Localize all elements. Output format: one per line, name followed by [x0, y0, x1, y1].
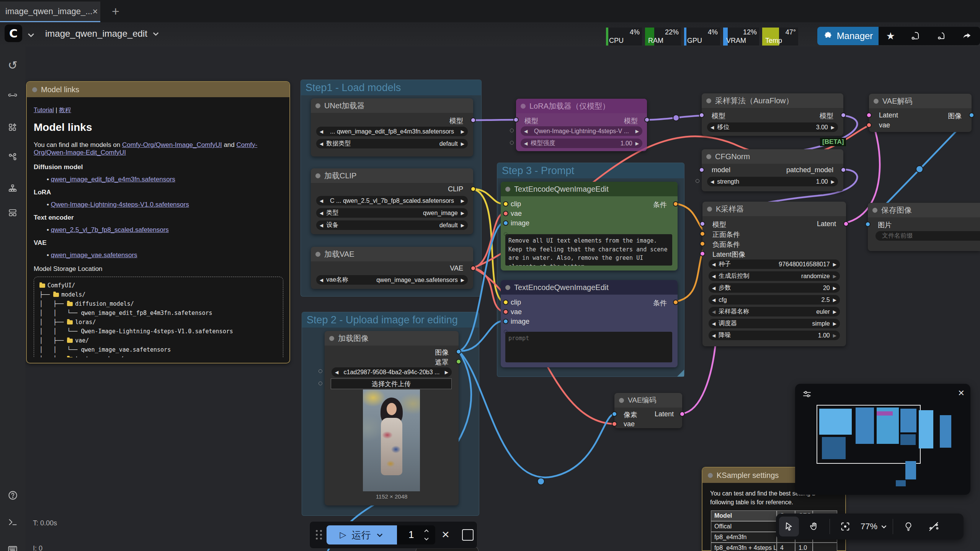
templates-icon[interactable]: [0, 204, 25, 221]
collapse-dot[interactable]: [521, 104, 526, 109]
count-down-icon[interactable]: [423, 536, 430, 542]
input-port-pixels[interactable]: [612, 411, 617, 417]
vacuum-alt-icon[interactable]: [936, 31, 947, 41]
output-port-conditioning[interactable]: [673, 201, 678, 207]
batch-count-value[interactable]: 1: [408, 529, 414, 541]
widget-type[interactable]: ◀类型qwen_image▶: [316, 208, 468, 218]
collapse-dot[interactable]: [32, 87, 37, 92]
node-cfgnorm[interactable]: CFGNorm model patched_model ◀strength1.0…: [702, 149, 843, 191]
upload-file-button[interactable]: 选择文件上传: [331, 378, 452, 389]
node-clip-loader[interactable]: 加载CLIP CLIP ◀C ... qwen_2.5_vl_7b_fp8_sc…: [311, 168, 473, 234]
output-port-vae[interactable]: [470, 266, 476, 271]
widget-strength[interactable]: ◀strength1.00▶: [707, 177, 838, 186]
node-vae-loader[interactable]: 加载VAE VAE ◀vae名称qwen_image_vae.safetenso…: [311, 247, 473, 289]
output-port-clip[interactable]: [470, 186, 476, 192]
input-port-model[interactable]: [513, 117, 519, 122]
minimap-panel[interactable]: ×: [795, 384, 970, 495]
widget-filename-prefix[interactable]: 文件名前缀: [875, 231, 980, 241]
output-port-image[interactable]: [969, 112, 974, 118]
node-lora-loader[interactable]: LoRA加载器（仅模型） 模型 模型 ◀Qwen-Image-Lightning…: [516, 99, 647, 151]
input-port-model[interactable]: [699, 112, 704, 118]
input-port-latent-image[interactable]: [700, 251, 705, 256]
widget-image-file[interactable]: ◀c1ad2987-9508-4ba2-a94c-20b3 ...▶: [332, 367, 452, 377]
help-icon[interactable]: [0, 487, 25, 504]
node-header[interactable]: 加载图像: [325, 331, 459, 346]
input-port-vae[interactable]: [503, 211, 508, 216]
input-port-model[interactable]: [699, 167, 704, 173]
output-port-model[interactable]: [644, 117, 650, 122]
node-header[interactable]: K采样器: [702, 202, 846, 216]
stop-icon[interactable]: [462, 529, 474, 541]
vacuum-icon[interactable]: [910, 31, 921, 41]
model-library-icon[interactable]: [0, 148, 25, 165]
node-connections-icon[interactable]: [0, 87, 25, 104]
drag-handle[interactable]: [316, 530, 322, 540]
minimap-options-icon[interactable]: [802, 389, 812, 399]
widget-strength-model[interactable]: ◀模型强度1.00▶: [521, 139, 642, 148]
minimap-close-icon[interactable]: ×: [958, 387, 964, 399]
output-port-latent[interactable]: [843, 221, 849, 227]
output-port-model[interactable]: [470, 117, 476, 123]
collapse-dot[interactable]: [874, 99, 879, 104]
collapse-dot[interactable]: [707, 207, 712, 212]
queue-history-icon[interactable]: ↺: [0, 57, 25, 73]
node-header[interactable]: CFGNorm: [702, 149, 843, 164]
node-header[interactable]: VAE编码: [614, 393, 682, 408]
node-ksampler[interactable]: K采样器 模型 正面条件 负面条件 Latent图像 Latent ◀种子976…: [702, 202, 846, 346]
collapse-dot[interactable]: [708, 473, 713, 478]
output-port-image[interactable]: [456, 349, 461, 354]
widget-unet-name[interactable]: ◀... qwen_image_edit_fp8_e4m3fn.safetens…: [316, 127, 468, 136]
repo-link-1[interactable]: Comfy-Org/Qwen-Image_ComfyUI: [122, 141, 222, 148]
output-port-patched-model[interactable]: [841, 167, 846, 173]
zoom-level-control[interactable]: 77%: [861, 522, 887, 531]
input-port-image[interactable]: [503, 319, 508, 324]
prompt-textarea[interactable]: prompt: [505, 332, 672, 362]
tab-close-icon[interactable]: ×: [92, 6, 98, 17]
new-tab-icon[interactable]: +: [112, 4, 119, 19]
input-port-clip[interactable]: [503, 300, 508, 305]
tutorial-cn-link[interactable]: 教程: [59, 107, 71, 113]
output-port-mask[interactable]: [456, 359, 461, 364]
widget-control-after-generate[interactable]: ◀生成后控制randomize▶: [709, 271, 840, 281]
collapse-dot[interactable]: [706, 154, 711, 159]
keyboard-shortcuts-icon[interactable]: [0, 540, 25, 551]
select-tool-button[interactable]: [779, 517, 799, 536]
star-icon[interactable]: ★: [886, 31, 895, 41]
workflows-icon[interactable]: [0, 180, 25, 197]
collapse-dot[interactable]: [329, 336, 334, 341]
share-arrow-icon[interactable]: [962, 31, 972, 41]
run-options-chevron-icon[interactable]: [376, 531, 384, 539]
node-header[interactable]: LoRA加载器（仅模型）: [516, 99, 647, 113]
widget-sampler-name[interactable]: ◀采样器名称euler▶: [709, 307, 840, 316]
widget-weight-dtype[interactable]: ◀数据类型default▶: [316, 139, 468, 148]
node-library-icon[interactable]: [0, 119, 25, 135]
input-port-images[interactable]: [865, 222, 871, 227]
collapse-dot[interactable]: [619, 398, 624, 403]
widget-shift[interactable]: ◀移位3.00▶: [707, 122, 838, 132]
collapse-dot[interactable]: [505, 285, 510, 290]
model-file-link[interactable]: Qwen-Image-Lightning-4steps-V1.0.safeten…: [51, 201, 189, 208]
node-header[interactable]: 保存图像: [868, 203, 980, 217]
image-preview[interactable]: [363, 390, 420, 491]
tutorial-link[interactable]: Tutorial: [34, 107, 54, 113]
node-unet-loader[interactable]: UNet加载器 模型 ◀... qwen_image_edit_fp8_e4m3…: [311, 98, 473, 156]
node-load-image[interactable]: 加载图像 图像 遮罩 ◀c1ad2987-9508-4ba2-a94c-20b3…: [325, 331, 459, 505]
widget-steps[interactable]: ◀步数20▶: [709, 283, 840, 293]
note-model-links-header[interactable]: Model links: [27, 82, 289, 97]
widget-seed[interactable]: ◀种子976480016588017▶: [709, 259, 840, 269]
collapse-dot[interactable]: [315, 252, 320, 257]
cancel-run-icon[interactable]: ×: [442, 528, 449, 541]
widget-cfg[interactable]: ◀cfg2.5▶: [709, 295, 840, 305]
model-file-link[interactable]: qwen_image_edit_fp8_e4m3fn.safetensors: [51, 176, 175, 183]
model-file-link[interactable]: qwen_2.5_vl_7b_fp8_scaled.safetensors: [51, 226, 169, 233]
node-header[interactable]: 加载CLIP: [311, 168, 473, 183]
node-text-encode-negative[interactable]: TextEncodeQwenImageEdit clip vae image 条…: [501, 280, 678, 367]
widget-lora-name[interactable]: ◀Qwen-Image-Lightning-4steps-V ...▶: [521, 126, 642, 136]
input-port-model[interactable]: [700, 221, 705, 227]
count-up-icon[interactable]: [423, 528, 430, 534]
node-header[interactable]: 加载VAE: [311, 247, 473, 261]
fit-view-button[interactable]: [835, 517, 855, 536]
output-port-conditioning[interactable]: [673, 300, 678, 305]
input-port-positive[interactable]: [700, 231, 705, 236]
widget-vae-name[interactable]: ◀vae名称qwen_image_vae.safetensors▶: [316, 275, 468, 285]
